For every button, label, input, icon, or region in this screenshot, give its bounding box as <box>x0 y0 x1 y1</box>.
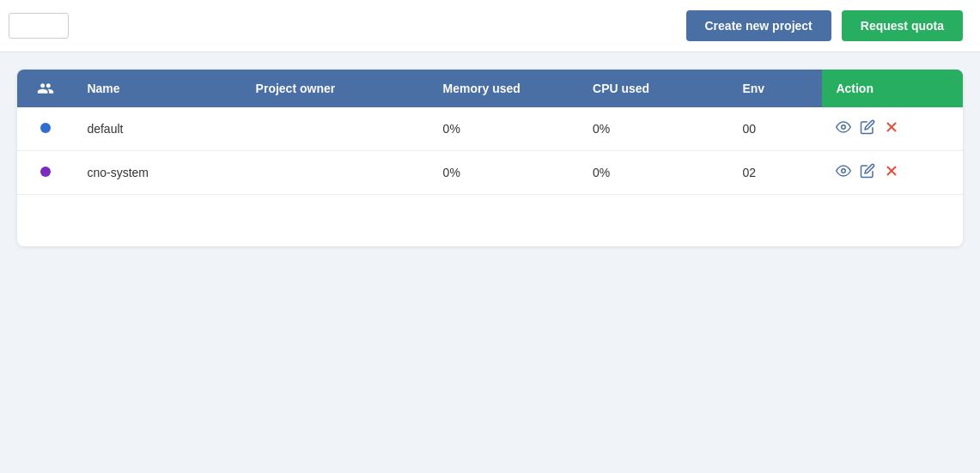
view-button-0[interactable] <box>836 119 851 138</box>
top-bar: Create new project Request quota <box>0 0 980 52</box>
col-header-name: Name <box>73 70 241 107</box>
table-row: default 0% 0% 00 <box>17 107 963 151</box>
row-cpu-1: 0% <box>579 151 728 195</box>
projects-card: Name Project owner Memory used CPU used … <box>17 70 963 246</box>
col-header-cpu: CPU used <box>579 70 728 107</box>
row-owner-0 <box>242 107 429 151</box>
create-new-project-button[interactable]: Create new project <box>686 10 831 41</box>
row-cpu-0: 0% <box>579 107 728 151</box>
search-input[interactable] <box>9 13 69 39</box>
delete-button-0[interactable] <box>884 119 899 138</box>
row-status-0 <box>17 107 73 151</box>
row-actions-0 <box>822 107 963 151</box>
col-header-owner: Project owner <box>242 70 429 107</box>
svg-point-3 <box>842 169 846 173</box>
col-header-env: Env <box>728 70 822 107</box>
view-button-1[interactable] <box>836 163 851 182</box>
row-name-1: cno-system <box>73 151 241 195</box>
request-quota-button[interactable]: Request quota <box>842 10 963 41</box>
empty-row <box>17 195 963 246</box>
table-row: cno-system 0% 0% 02 <box>17 151 963 195</box>
row-owner-1 <box>242 151 429 195</box>
projects-icon <box>31 80 59 97</box>
edit-button-0[interactable] <box>860 119 875 138</box>
col-header-memory: Memory used <box>429 70 579 107</box>
row-actions-1 <box>822 151 963 195</box>
row-status-1 <box>17 151 73 195</box>
row-env-1: 02 <box>728 151 822 195</box>
row-memory-1: 0% <box>429 151 579 195</box>
col-header-icon <box>17 70 73 107</box>
row-memory-0: 0% <box>429 107 579 151</box>
svg-point-0 <box>842 125 846 130</box>
delete-button-1[interactable] <box>884 163 899 182</box>
row-name-0: default <box>73 107 241 151</box>
status-dot-1 <box>40 167 51 177</box>
projects-table: Name Project owner Memory used CPU used … <box>17 70 963 246</box>
col-header-action: Action <box>822 70 963 107</box>
status-dot-0 <box>40 123 51 133</box>
edit-button-1[interactable] <box>860 163 875 182</box>
row-env-0: 00 <box>728 107 822 151</box>
main-content: Name Project owner Memory used CPU used … <box>0 52 980 264</box>
table-header-row: Name Project owner Memory used CPU used … <box>17 70 963 107</box>
